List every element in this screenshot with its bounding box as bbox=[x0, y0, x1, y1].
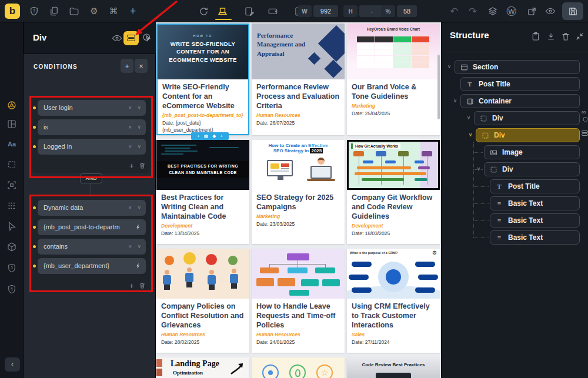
post-card[interactable]: Landing Page Optimization bbox=[156, 357, 249, 378]
add-row-icon[interactable]: + bbox=[129, 161, 134, 170]
structure-node-post-title[interactable]: T Post Title bbox=[490, 179, 580, 193]
device-tablet-edit-icon[interactable] bbox=[242, 4, 256, 18]
redo-icon[interactable]: ↷ bbox=[466, 4, 480, 18]
undo-icon[interactable]: ↶ bbox=[447, 4, 461, 18]
add-condition-button[interactable]: + bbox=[121, 59, 133, 73]
dynamic-data-input[interactable]: {mb_user_department} bbox=[38, 258, 146, 274]
shield-icon[interactable]: 3 bbox=[27, 4, 41, 18]
post-card[interactable]: What is the purpose of a CRM? ⚙ Using CR… bbox=[347, 249, 440, 353]
canvas-scrollbar[interactable] bbox=[437, 55, 440, 119]
structure-node-image[interactable]: Image bbox=[484, 145, 580, 159]
structure-node-post-title[interactable]: T Post Title bbox=[460, 77, 580, 91]
collapse-panel-button[interactable]: ‹ bbox=[5, 357, 20, 372]
condition-value-select[interactable]: Logged in × ∨ bbox=[38, 139, 146, 155]
trash-icon[interactable] bbox=[139, 162, 146, 169]
trash-icon[interactable] bbox=[561, 32, 570, 41]
structure-node-div-selected[interactable]: Div bbox=[476, 128, 580, 142]
structure-node-basic-text[interactable]: ≡ Basic Text bbox=[490, 230, 580, 245]
dynamic-bolt-icon[interactable] bbox=[135, 262, 141, 270]
global-settings-wheel-icon[interactable] bbox=[6, 100, 17, 111]
post-card[interactable]: BEST PRACTISES FOR WRITING CLEAN AND MAI… bbox=[156, 140, 249, 244]
chevron-down-icon[interactable]: ∨ bbox=[466, 132, 475, 138]
structure-node-basic-text[interactable]: ≡ Basic Text bbox=[490, 196, 580, 210]
structure-node-div[interactable]: Div bbox=[484, 162, 580, 176]
shield-3-icon[interactable]: 3 bbox=[6, 263, 17, 273]
post-card[interactable]: Performance Management and Appraisal Per… bbox=[252, 24, 345, 135]
add-icon[interactable]: + bbox=[197, 132, 200, 140]
typography-icon[interactable]: Aa bbox=[6, 139, 17, 149]
post-card[interactable]: Code Review Best Practices bbox=[347, 357, 440, 378]
chevron-down-icon[interactable]: ∨ bbox=[137, 200, 141, 216]
settings-gear-icon[interactable]: ⚙ bbox=[87, 4, 101, 18]
layout-grid-icon[interactable] bbox=[6, 119, 17, 129]
clear-icon[interactable]: × bbox=[128, 200, 132, 216]
external-link-icon[interactable] bbox=[524, 4, 539, 18]
structure-node-basic-text[interactable]: ≡ Basic Text bbox=[490, 213, 580, 228]
chevron-down-icon[interactable]: ∨ bbox=[465, 115, 473, 121]
save-button[interactable] bbox=[562, 2, 583, 20]
structure-node-div[interactable]: Div bbox=[474, 111, 580, 125]
post-card[interactable]: How to Create an Effective SEO Strategy … bbox=[252, 140, 345, 244]
condition-operator-select[interactable]: contains × ∨ bbox=[38, 239, 146, 255]
trash-icon[interactable] bbox=[139, 282, 146, 289]
shield-5-icon[interactable]: 5 bbox=[6, 284, 17, 295]
conditions-icon[interactable] bbox=[123, 31, 139, 45]
post-card[interactable]: Company Policies on Conflict Resolution … bbox=[156, 249, 249, 353]
refresh-icon[interactable] bbox=[196, 4, 211, 18]
post-card[interactable]: How Git Actually Works Company Git Workf… bbox=[347, 140, 440, 244]
dots-grid-icon[interactable] bbox=[6, 200, 17, 211]
frame-expand-icon[interactable] bbox=[6, 180, 17, 190]
post-card[interactable]: How to Handle Leave Requests and Time-of… bbox=[252, 249, 345, 353]
dynamic-data-input[interactable]: {mb_post_post-to-departm bbox=[38, 219, 146, 235]
post-card[interactable]: HOW TO WRITE SEO-FRIENDLY CONTENT FOR AN… bbox=[156, 24, 249, 135]
chevron-down-icon[interactable]: ∨ bbox=[445, 63, 453, 69]
chevron-down-icon[interactable]: ∨ bbox=[137, 119, 141, 135]
chevron-down-icon[interactable]: ∨ bbox=[137, 239, 141, 255]
drag-icon[interactable]: + bbox=[220, 132, 223, 140]
clear-icon[interactable]: × bbox=[128, 119, 132, 135]
clear-icon[interactable]: × bbox=[128, 139, 132, 155]
post-card[interactable]: ☆ bbox=[252, 357, 345, 378]
structure-node-section[interactable]: Section bbox=[455, 60, 580, 74]
wordpress-icon[interactable]: Ⓦ bbox=[505, 4, 519, 18]
chevron-down-icon[interactable]: ∨ bbox=[475, 166, 483, 172]
device-desktop-icon[interactable] bbox=[215, 4, 229, 18]
interactions-cursor-icon[interactable] bbox=[142, 32, 152, 43]
condition-operator-select[interactable]: is × ∨ bbox=[38, 119, 146, 135]
clear-icon[interactable]: × bbox=[128, 100, 132, 116]
move-icon[interactable]: ◆ bbox=[212, 132, 216, 140]
close-conditions-button[interactable]: × bbox=[135, 59, 148, 73]
structure-node-container[interactable]: Container bbox=[460, 94, 580, 108]
chevron-down-icon[interactable]: ∨ bbox=[451, 98, 459, 103]
visibility-eye-icon[interactable] bbox=[112, 33, 122, 44]
folder-icon[interactable] bbox=[67, 4, 81, 18]
select-value: is bbox=[44, 123, 48, 131]
condition-field-select[interactable]: Dynamic data × ∨ bbox=[38, 200, 146, 216]
layers-icon[interactable] bbox=[486, 4, 500, 18]
condition-field-select[interactable]: User login × ∨ bbox=[38, 100, 146, 116]
cursor-icon[interactable] bbox=[6, 221, 17, 232]
preview-eye-icon[interactable] bbox=[543, 4, 557, 18]
grid-icon[interactable]: ▦ bbox=[204, 132, 209, 140]
dynamic-bolt-icon[interactable] bbox=[135, 223, 141, 231]
keyboard-shortcuts-icon[interactable]: ⌘ bbox=[106, 4, 121, 18]
structure-title: Structure bbox=[450, 30, 489, 40]
add-row-icon[interactable]: + bbox=[129, 281, 134, 290]
clipboard-icon[interactable] bbox=[531, 32, 540, 41]
cube-3d-icon[interactable] bbox=[6, 242, 17, 252]
zoom-value[interactable]: 58 bbox=[397, 5, 417, 17]
builder-logo[interactable]: b bbox=[5, 4, 20, 19]
device-tablet-landscape-icon[interactable] bbox=[266, 4, 280, 18]
chevron-down-icon[interactable]: ∨ bbox=[137, 139, 141, 155]
width-value[interactable]: 992 bbox=[313, 5, 338, 17]
collapse-all-icon[interactable] bbox=[575, 32, 584, 41]
add-element-icon[interactable]: + bbox=[126, 4, 140, 18]
pages-icon[interactable] bbox=[47, 4, 61, 18]
chevron-down-icon[interactable]: ∨ bbox=[137, 100, 141, 116]
height-value[interactable]: - bbox=[359, 5, 384, 17]
import-download-icon[interactable] bbox=[546, 32, 556, 41]
element-action-toolbar[interactable]: + ▦ ◆ + bbox=[191, 132, 229, 140]
post-card[interactable]: HeyOrca's Brand Voice Chart Our Brand Vo… bbox=[347, 24, 440, 135]
selection-box-icon[interactable] bbox=[6, 159, 17, 170]
clear-icon[interactable]: × bbox=[128, 239, 132, 255]
